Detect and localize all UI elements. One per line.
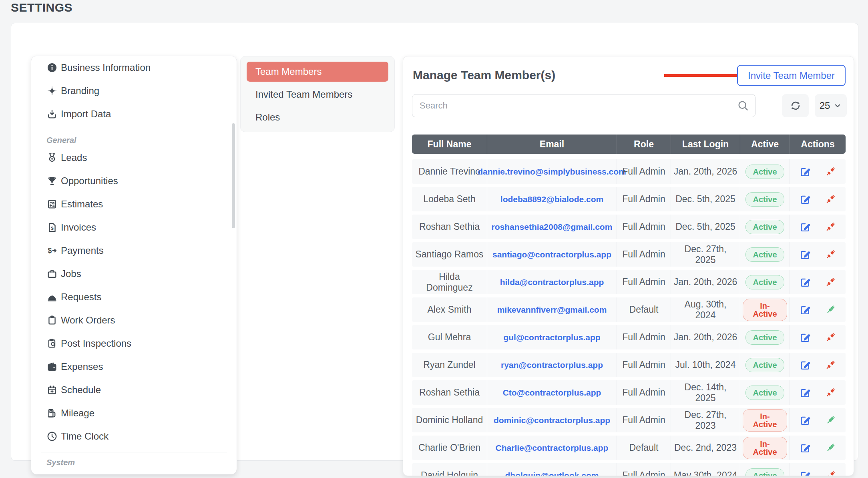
clock-icon	[46, 430, 61, 442]
actions-cell	[790, 463, 846, 476]
email-link[interactable]: Charlie@contractorplus.app	[496, 443, 609, 453]
edit-icon[interactable]	[800, 221, 811, 233]
sidebar-item-jobs[interactable]: Jobs	[31, 262, 237, 285]
full-name-cell: Roshan Sethia	[412, 215, 487, 239]
actions-cell	[790, 297, 846, 322]
table-row: Lodeba Seth lodeba8892@bialode.com Full …	[412, 187, 846, 211]
edit-icon[interactable]	[800, 331, 811, 343]
sidebar-divider	[41, 130, 227, 130]
deactivate-plug-icon[interactable]	[825, 470, 836, 476]
last-login-cell: May 30th, 2024	[671, 463, 740, 476]
email-link[interactable]: gul@contractorplus.app	[503, 333, 600, 342]
email-link[interactable]: roshansethia2008@gmail.com	[492, 222, 613, 232]
sidebar-item-import-data[interactable]: Import Data	[31, 102, 237, 126]
sidebar-item-label: Business Information	[61, 62, 151, 73]
email-cell: lodeba8892@bialode.com	[487, 187, 617, 211]
email-link[interactable]: ryan@contractorplus.app	[501, 360, 603, 370]
edit-icon[interactable]	[800, 304, 811, 315]
wallet-icon	[46, 361, 61, 373]
sidebar-scrollbar-thumb[interactable]	[232, 123, 235, 228]
deactivate-plug-icon[interactable]	[825, 221, 836, 233]
sidebar-item-opportunities[interactable]: Opportunities	[31, 169, 237, 193]
full-name-cell: Gul Mehra	[412, 325, 487, 349]
edit-icon[interactable]	[800, 276, 811, 288]
email-link[interactable]: mikevannfiverr@gmail.com	[497, 305, 607, 315]
sidebar-item-leads[interactable]: Leads	[31, 146, 237, 169]
deactivate-plug-icon[interactable]	[825, 332, 836, 343]
sidebar-list: Business Information Branding Import Dat…	[31, 56, 237, 468]
activate-plug-icon[interactable]	[825, 442, 836, 454]
sidebar-item-schedule[interactable]: Schedule	[31, 378, 237, 402]
sidebar-item-requests[interactable]: Requests	[31, 285, 237, 309]
last-login-cell: Dec. 5th, 2025	[671, 215, 740, 239]
email-link[interactable]: hilda@contractorplus.app	[500, 277, 604, 287]
deactivate-plug-icon[interactable]	[825, 277, 836, 288]
info-icon	[46, 62, 61, 74]
activate-plug-icon[interactable]	[825, 304, 836, 315]
edit-icon[interactable]	[800, 166, 811, 177]
invite-team-member-button[interactable]: Invite Team Member	[737, 65, 846, 86]
sidebar-item-label: Expenses	[61, 361, 103, 372]
edit-icon[interactable]	[800, 193, 811, 205]
active-cell: Active	[740, 380, 790, 405]
role-cell: Full Admin	[617, 463, 671, 476]
table-row: Gul Mehra gul@contractorplus.app Full Ad…	[412, 325, 846, 349]
search-input[interactable]	[412, 94, 755, 117]
payments-icon	[46, 245, 61, 257]
subnav-item-roles[interactable]: Roles	[247, 107, 388, 127]
deactivate-plug-icon[interactable]	[825, 360, 836, 371]
email-link[interactable]: dholguin@outlook.com	[505, 471, 599, 476]
sidebar-item-mileage[interactable]: Mileage	[31, 402, 237, 425]
column-header: Full Name	[412, 135, 487, 154]
sidebar-item-label: Invoices	[61, 222, 96, 233]
edit-icon[interactable]	[800, 442, 811, 454]
refresh-icon	[789, 99, 802, 112]
team-members-table: Full NameEmailRoleLast LoginActiveAction…	[412, 135, 846, 476]
deactivate-plug-icon[interactable]	[825, 166, 836, 177]
status-badge: Active	[745, 220, 784, 234]
status-badge: Active	[745, 192, 784, 207]
deactivate-plug-icon[interactable]	[825, 387, 836, 398]
sidebar-item-estimates[interactable]: Estimates	[31, 193, 237, 216]
team-subnav: Team MembersInvited Team MembersRoles	[240, 56, 395, 132]
refresh-button[interactable]	[782, 94, 809, 117]
table-row: Roshan Sethia roshansethia2008@gmail.com…	[412, 215, 846, 239]
panel-title: Manage Team Member(s)	[413, 68, 555, 82]
sidebar-item-work-orders[interactable]: Work Orders	[31, 309, 237, 332]
edit-icon[interactable]	[800, 470, 811, 476]
page-size-dropdown[interactable]: 25	[815, 94, 847, 117]
email-link[interactable]: dominic@contractorplus.app	[494, 416, 610, 425]
actions-cell	[790, 187, 846, 211]
edit-icon[interactable]	[800, 414, 811, 426]
sidebar-item-post-inspections[interactable]: Post Inspections	[31, 332, 237, 355]
sidebar-item-invoices[interactable]: Invoices	[31, 216, 237, 239]
sidebar-item-payments[interactable]: Payments	[31, 239, 237, 262]
email-link[interactable]: lodeba8892@bialode.com	[500, 195, 603, 204]
sidebar-item-time-clock[interactable]: Time Clock	[31, 425, 237, 448]
table-row: Ryan Zundel ryan@contractorplus.app Full…	[412, 353, 846, 377]
activate-plug-icon[interactable]	[825, 415, 836, 426]
active-cell: In-Active	[740, 408, 790, 432]
table-row: Santiago Ramos santiago@contractorplus.a…	[412, 242, 846, 267]
full-name-cell: David Holguin	[412, 463, 487, 476]
team-members-panel: Manage Team Member(s) Invite Team Member…	[403, 56, 854, 476]
email-link[interactable]: Cto@contractorplus.app	[503, 388, 601, 398]
sidebar-item-branding[interactable]: Branding	[31, 79, 237, 102]
sidebar-item-expenses[interactable]: Expenses	[31, 355, 237, 378]
edit-icon[interactable]	[800, 249, 811, 260]
subnav-item-team-members[interactable]: Team Members	[247, 62, 388, 82]
actions-cell	[790, 215, 846, 239]
email-cell: Cto@contractorplus.app	[487, 380, 617, 405]
briefcase-icon	[46, 268, 61, 280]
deactivate-plug-icon[interactable]	[825, 249, 836, 260]
sidebar-item-label: Estimates	[61, 199, 103, 210]
deactivate-plug-icon[interactable]	[825, 194, 836, 205]
edit-icon[interactable]	[800, 387, 811, 398]
search-icon[interactable]	[737, 100, 749, 112]
email-link[interactable]: santiago@contractorplus.app	[492, 250, 611, 259]
email-link[interactable]: dannie.trevino@simplybusiness.com	[478, 167, 626, 177]
gas-pump-icon	[46, 407, 61, 419]
sidebar-item-business-information[interactable]: Business Information	[31, 56, 237, 79]
subnav-item-invited-team-members[interactable]: Invited Team Members	[247, 84, 388, 104]
edit-icon[interactable]	[800, 359, 811, 371]
